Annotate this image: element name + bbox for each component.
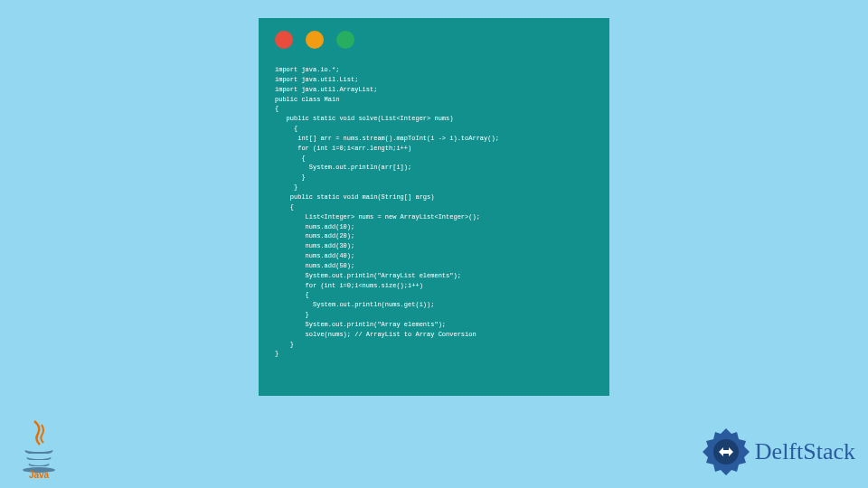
code-line: }	[275, 174, 306, 181]
code-line: {	[275, 105, 278, 112]
code-line: }	[275, 341, 294, 348]
close-icon	[275, 31, 293, 49]
code-line: {	[275, 155, 306, 162]
code-line: {	[275, 203, 294, 211]
code-line: List<Integer> nums = new ArrayList<Integ…	[275, 213, 480, 221]
code-block: import java.io.*; import java.util.List;…	[275, 65, 593, 359]
code-line: solve(nums); // ArrayList to Array Conve…	[275, 331, 476, 338]
code-line: System.out.println(nums.get(i));	[275, 301, 434, 308]
code-line: int[] arr = nums.stream().mapToInt(i -> …	[275, 135, 499, 142]
code-line: System.out.println(arr[i]);	[275, 164, 411, 171]
maximize-icon	[336, 31, 354, 49]
code-line: for (int i=0;i<nums.size();i++)	[275, 282, 423, 289]
code-line: System.out.println("Array elements");	[275, 321, 446, 328]
window-controls	[275, 31, 593, 49]
code-line: nums.add(30);	[275, 242, 354, 249]
code-line: nums.add(10);	[275, 223, 354, 230]
code-line: }	[275, 350, 278, 357]
code-line: import java.util.ArrayList;	[275, 86, 377, 93]
code-line: public class Main	[275, 96, 339, 103]
code-line: {	[275, 125, 297, 132]
code-line: public static void solve(List<Integer> n…	[275, 115, 453, 122]
code-line: for (int i=0;i<arr.length;i++)	[275, 145, 411, 152]
code-line: }	[275, 311, 309, 318]
code-line: public static void main(String[] args)	[275, 193, 434, 201]
java-icon: Java	[16, 419, 61, 479]
code-line: {	[275, 291, 309, 298]
code-line: nums.add(50);	[275, 262, 354, 269]
code-line: nums.add(40);	[275, 252, 354, 259]
delftstack-text: DelftStack	[755, 438, 855, 465]
code-line: import java.util.List;	[275, 76, 358, 83]
delftstack-logo: DelftStack	[701, 427, 855, 477]
java-logo: Java	[16, 419, 61, 479]
delftstack-badge-icon	[701, 427, 751, 477]
code-window: import java.io.*; import java.util.List;…	[259, 18, 609, 396]
code-line: nums.add(20);	[275, 232, 354, 239]
code-line: import java.io.*;	[275, 66, 339, 73]
code-line: }	[275, 183, 297, 191]
svg-text:Java: Java	[29, 470, 50, 479]
code-line: System.out.println("ArrayList elements")…	[275, 272, 461, 279]
minimize-icon	[306, 31, 324, 49]
